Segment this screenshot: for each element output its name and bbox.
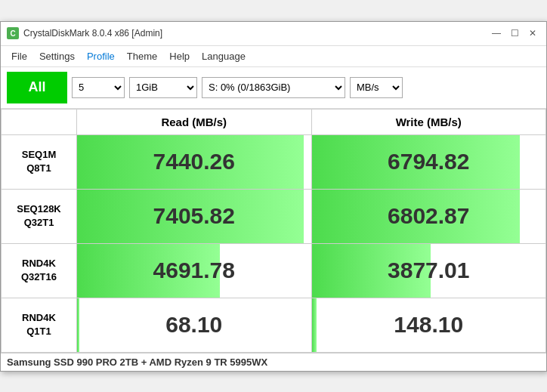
minimize-button[interactable]: — (489, 26, 504, 41)
row-3-read: 68.10 (77, 298, 312, 352)
size-select[interactable]: 512MiB 1GiB 2GiB 4GiB 8GiB 16GiB (129, 77, 197, 98)
status-text: Samsung SSD 990 PRO 2TB + AMD Ryzen 9 TR… (7, 357, 267, 368)
row-0-write: 6794.82 (311, 134, 546, 189)
table-row: SEQ1MQ8T17440.266794.82 (2, 134, 546, 189)
app-window: C CrystalDiskMark 8.0.4 x86 [Admin] — ☐ … (0, 21, 547, 372)
window-controls: — ☐ ✕ (489, 26, 540, 41)
col-write-header: Write (MB/s) (311, 109, 546, 134)
table-row: RND4KQ1T168.10148.10 (2, 298, 546, 352)
all-button[interactable]: All (7, 72, 67, 103)
close-button[interactable]: ✕ (525, 26, 540, 41)
row-2-read: 4691.78 (77, 243, 312, 298)
window-title: CrystalDiskMark 8.0.4 x86 [Admin] (23, 28, 489, 39)
status-bar: Samsung SSD 990 PRO 2TB + AMD Ryzen 9 TR… (1, 353, 546, 371)
menu-language[interactable]: Language (196, 48, 252, 65)
row-1-write: 6802.87 (311, 189, 546, 243)
drive-select[interactable]: S: 0% (0/1863GiB) (202, 77, 345, 98)
maximize-button[interactable]: ☐ (507, 26, 522, 41)
row-0-label: SEQ1MQ8T1 (2, 134, 77, 189)
count-select[interactable]: 1 3 5 10 (72, 77, 125, 98)
row-0-read: 7440.26 (77, 134, 312, 189)
toolbar: All 1 3 5 10 512MiB 1GiB 2GiB 4GiB 8GiB … (1, 67, 546, 109)
menu-profile[interactable]: Profile (81, 48, 121, 65)
row-1-read: 7405.82 (77, 189, 312, 243)
col-read-header: Read (MB/s) (77, 109, 312, 134)
main-content: Read (MB/s) Write (MB/s) SEQ1MQ8T17440.2… (1, 109, 546, 353)
row-2-label: RND4KQ32T16 (2, 243, 77, 298)
table-row: SEQ128KQ32T17405.826802.87 (2, 189, 546, 243)
title-bar: C CrystalDiskMark 8.0.4 x86 [Admin] — ☐ … (1, 22, 546, 46)
menu-bar: File Settings Profile Theme Help Languag… (1, 46, 546, 67)
table-row: RND4KQ32T164691.783877.01 (2, 243, 546, 298)
results-table: Read (MB/s) Write (MB/s) SEQ1MQ8T17440.2… (1, 109, 546, 353)
unit-select[interactable]: MB/s GB/s IOPS μs (350, 77, 403, 98)
app-icon: C (7, 27, 19, 39)
menu-help[interactable]: Help (163, 48, 196, 65)
row-1-label: SEQ128KQ32T1 (2, 189, 77, 243)
th-empty (2, 109, 77, 134)
row-3-write: 148.10 (311, 298, 546, 352)
row-2-write: 3877.01 (311, 243, 546, 298)
menu-theme[interactable]: Theme (121, 48, 163, 65)
menu-settings[interactable]: Settings (33, 48, 81, 65)
menu-file[interactable]: File (5, 48, 33, 65)
row-3-label: RND4KQ1T1 (2, 298, 77, 352)
